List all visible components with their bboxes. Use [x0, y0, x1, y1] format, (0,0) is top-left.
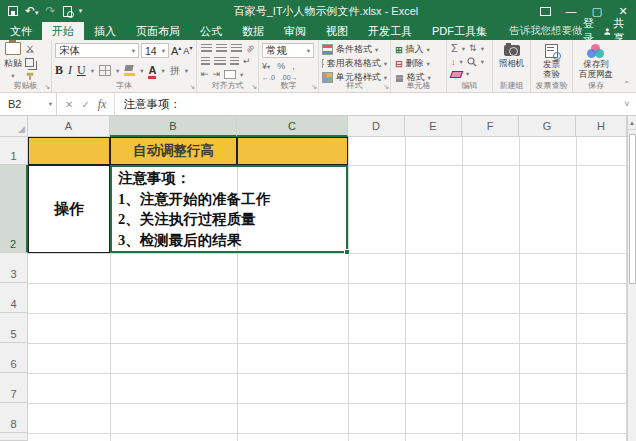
name-box-dropdown-icon[interactable]: ▾ — [49, 100, 52, 108]
enter-icon[interactable]: ✓ — [81, 99, 89, 110]
font-size-combobox[interactable]: 14▾ — [141, 43, 169, 58]
tab-insert[interactable]: 插入 — [84, 22, 126, 40]
name-box[interactable]: B2 ▾ — [0, 93, 57, 115]
fill-icon[interactable]: ↓ — [451, 58, 456, 67]
scrollbar-thumb[interactable] — [629, 134, 636, 284]
cell-a2[interactable]: 操作 — [28, 165, 110, 253]
column-header-h[interactable]: H — [576, 116, 627, 137]
orientation-icon[interactable]: ab — [245, 43, 255, 53]
underline-button[interactable]: U — [77, 63, 86, 78]
row-header-6[interactable]: 6 — [0, 343, 28, 373]
tab-data[interactable]: 数据 — [232, 22, 274, 40]
column-header-f[interactable]: F — [462, 116, 519, 137]
tab-home[interactable]: 开始 — [42, 22, 84, 40]
format-painter-icon[interactable] — [25, 72, 35, 80]
invoice-check-button[interactable]: 发票查验 — [543, 42, 560, 80]
merge-center-icon[interactable] — [224, 70, 236, 79]
find-select-icon[interactable] — [467, 57, 477, 67]
align-right-icon[interactable] — [230, 57, 239, 66]
cancel-icon[interactable]: ✕ — [65, 99, 73, 110]
sort-filter-icon[interactable]: ⇅ — [469, 44, 477, 53]
column-header-d[interactable]: D — [348, 116, 405, 137]
tab-view[interactable]: 视图 — [316, 22, 358, 40]
tab-review[interactable]: 审阅 — [274, 22, 316, 40]
group-alignment: ab ↵ ⇤⇥▾ 对齐方式 ↘ — [197, 40, 259, 92]
insert-function-icon[interactable]: fx — [98, 97, 107, 112]
cut-icon[interactable] — [25, 45, 35, 53]
cell-grid[interactable]: 自动调整行高 操作 注意事项： 1、注意开始的准备工作 2、关注执行过程质量 3… — [28, 137, 627, 441]
cell-b1[interactable]: 自动调整行高 — [110, 137, 237, 165]
clipboard-dialog-launcher[interactable]: ↘ — [44, 83, 50, 91]
row-header-7[interactable]: 7 — [0, 373, 28, 403]
ribbon-display-options-button[interactable] — [532, 0, 558, 22]
baidu-netdisk-save-button[interactable]: 保存到百度网盘 — [579, 42, 613, 80]
fill-color-icon[interactable] — [124, 65, 135, 76]
column-header-e[interactable]: E — [405, 116, 462, 137]
bold-button[interactable]: B — [55, 63, 63, 78]
bottom-align-icon[interactable] — [231, 44, 242, 53]
comma-style-icon[interactable]: , — [292, 62, 295, 71]
wrap-text-icon[interactable]: ↵ — [243, 57, 251, 66]
format-as-table-button[interactable]: 套用表格格式▾ — [322, 57, 387, 70]
row-header-2[interactable]: 2 — [0, 165, 28, 253]
italic-button[interactable]: I — [68, 63, 72, 78]
autosum-icon[interactable]: Σ — [451, 43, 458, 54]
clear-icon[interactable] — [450, 71, 464, 78]
paste-button[interactable]: 粘贴 ▾ — [4, 42, 22, 80]
save-icon[interactable] — [8, 6, 18, 16]
cell-b2-selected[interactable]: 注意事项： 1、注意开始的准备工作 2、关注执行过程质量 3、检测最后的结果 — [110, 165, 348, 253]
column-header-g[interactable]: G — [519, 116, 576, 137]
row-header-8[interactable]: 8 — [0, 403, 28, 433]
customize-qat-icon[interactable]: ▾ — [79, 7, 83, 15]
formula-bar-input[interactable]: 注意事项： — [115, 93, 618, 115]
alignment-dialog-launcher[interactable]: ↘ — [251, 83, 257, 91]
align-center-icon[interactable] — [214, 57, 226, 66]
conditional-formatting-button[interactable]: 条件格式▾ — [322, 43, 387, 56]
decrease-indent-icon[interactable]: ⇤ — [201, 70, 209, 79]
accounting-format-icon[interactable]: ¥▾ — [262, 62, 270, 71]
row-header-5[interactable]: 5 — [0, 313, 28, 343]
scroll-up-icon[interactable]: ▲ — [628, 116, 636, 130]
top-align-icon[interactable] — [201, 44, 212, 53]
number-dialog-launcher[interactable]: ↘ — [311, 83, 317, 91]
phonetic-guide-icon[interactable]: 拼 — [170, 66, 180, 76]
middle-align-icon[interactable] — [216, 44, 227, 53]
collapse-ribbon-icon[interactable]: ⌃ — [623, 80, 630, 89]
tab-file[interactable]: 文件 — [0, 22, 42, 40]
font-color-icon[interactable]: A — [148, 65, 156, 76]
column-header-b[interactable]: B — [110, 116, 237, 137]
borders-icon[interactable] — [99, 65, 111, 76]
increase-indent-icon[interactable]: ⇥ — [213, 70, 221, 79]
tell-me-box[interactable]: 告诉我您想要做什么... — [497, 22, 583, 40]
styles-dialog-launcher[interactable]: ↘ — [383, 83, 389, 91]
fill-handle[interactable] — [344, 249, 350, 255]
font-dialog-launcher[interactable]: ↘ — [189, 83, 195, 91]
expand-formula-bar-icon[interactable]: ˅ — [618, 93, 636, 115]
tab-page-layout[interactable]: 页面布局 — [126, 22, 190, 40]
align-left-icon[interactable] — [201, 57, 210, 66]
percent-style-icon[interactable]: % — [277, 62, 285, 71]
undo-icon[interactable]: ↶▾ — [25, 5, 39, 17]
row-header-4[interactable]: 4 — [0, 283, 28, 313]
delete-cells-button[interactable]: ⊟删除▾ — [395, 57, 442, 70]
tab-formulas[interactable]: 公式 — [190, 22, 232, 40]
row-header-1[interactable]: 1 — [0, 137, 28, 165]
vertical-scrollbar[interactable]: ▲ — [627, 116, 636, 441]
insert-cells-button[interactable]: ⊞插入▾ — [395, 43, 442, 56]
group-label-save: 保存 — [573, 80, 619, 91]
column-header-a[interactable]: A — [28, 116, 110, 137]
tab-developer[interactable]: 开发工具 — [358, 22, 422, 40]
camera-button[interactable]: 照相机 — [499, 42, 525, 80]
row-header-3[interactable]: 3 — [0, 253, 28, 283]
font-name-combobox[interactable]: 宋体▾ — [55, 43, 139, 58]
copy-icon[interactable] — [25, 58, 34, 67]
tab-pdf-tools[interactable]: PDF工具集 — [422, 22, 497, 40]
number-format-combobox[interactable]: 常规▾ — [262, 43, 314, 58]
select-all-corner[interactable]: ◢ — [0, 116, 28, 137]
row-header-9-partial[interactable] — [0, 433, 28, 441]
increase-font-icon[interactable]: A▴ — [171, 45, 181, 57]
column-header-c[interactable]: C — [237, 116, 348, 137]
decrease-font-icon[interactable]: A▾ — [183, 45, 192, 56]
minimize-button[interactable]: — — [558, 0, 584, 22]
print-preview-icon[interactable] — [63, 6, 72, 17]
